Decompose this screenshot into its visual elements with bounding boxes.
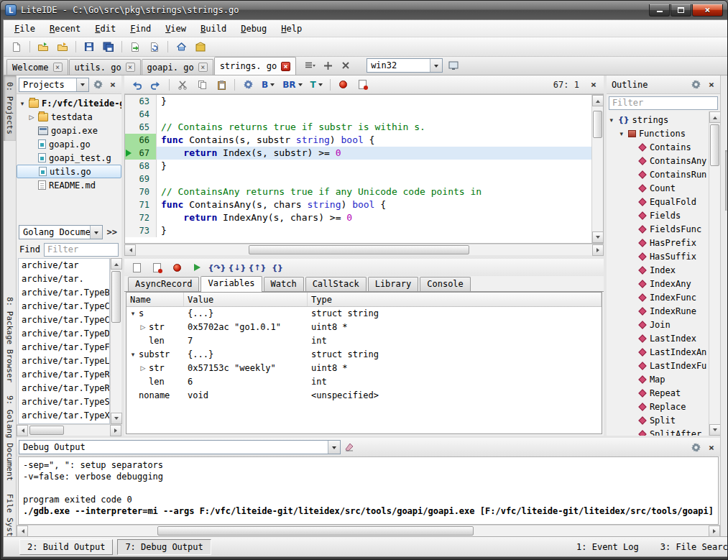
scroll-right-icon[interactable] (110, 425, 121, 436)
save-all-button[interactable] (100, 39, 117, 55)
tab-list-icon[interactable] (303, 59, 317, 72)
output-hscrollbar[interactable] (17, 525, 720, 536)
editor-hscrollbar[interactable] (124, 244, 604, 255)
debug-tab-console[interactable]: Console (420, 277, 471, 291)
debug-button[interactable] (335, 77, 352, 93)
projects-close-icon[interactable]: × (106, 78, 119, 91)
side-tab[interactable]: 4: Class View (725, 75, 728, 150)
output-menu-gear-icon[interactable] (690, 441, 703, 454)
expander-icon[interactable]: ▾ (19, 100, 26, 107)
expander-icon[interactable]: ▾ (618, 130, 625, 137)
step-into-button[interactable]: {↓} (229, 260, 246, 275)
doc-list-item[interactable]: archive/tar.TypeBlc (19, 286, 109, 300)
scroll-up-icon[interactable] (111, 258, 122, 270)
menu-item-view[interactable]: View (159, 22, 193, 36)
doc-list-item[interactable]: archive/tar.TypeSym (19, 395, 109, 409)
side-tab[interactable]: 0: Projects (4, 75, 16, 141)
document-tab[interactable]: strings. go× (214, 57, 296, 75)
variable-row[interactable]: nonamevoid<unspecified> (126, 389, 602, 403)
variable-row[interactable]: ▾substr{...}struct string (126, 348, 602, 362)
side-tab[interactable]: 9: Golang Document (4, 389, 16, 487)
status-link[interactable]: 3: File Search (660, 542, 728, 552)
variable-row[interactable]: ▾s{...}struct string (126, 307, 602, 321)
document-tab[interactable]: goapi. go× (142, 59, 213, 75)
outline-item[interactable]: Fields (607, 208, 709, 222)
debug-file-button[interactable] (354, 77, 372, 93)
outline-vscrollbar[interactable] (709, 111, 720, 436)
environment-settings-icon[interactable] (446, 59, 461, 72)
code-line[interactable]: 68} (125, 160, 591, 173)
target-environment-combo[interactable]: win32 (367, 58, 443, 73)
outline-item[interactable]: HasPrefix (607, 236, 709, 249)
side-tab[interactable]: 5: Outline (725, 150, 728, 211)
scroll-right-icon[interactable] (709, 525, 720, 537)
test-button[interactable]: T (308, 78, 326, 92)
tab-close-icon[interactable]: × (126, 63, 135, 72)
project-tree-item[interactable]: goapi_test.g (17, 151, 121, 165)
expander-icon[interactable]: ▾ (129, 348, 137, 362)
scroll-left-icon[interactable] (17, 525, 28, 537)
scroll-thumb[interactable] (111, 271, 121, 323)
outline-item[interactable]: IndexRune (607, 304, 709, 318)
document-tab[interactable]: Welcome× (6, 59, 68, 75)
clear-output-icon[interactable] (343, 441, 356, 454)
close-button[interactable]: × (692, 4, 723, 17)
debug-tab-asyncrecord[interactable]: AsyncRecord (128, 277, 199, 291)
code-line[interactable]: 73} (125, 224, 591, 237)
expander-icon[interactable]: ▷ (139, 321, 147, 334)
paste-button[interactable] (213, 77, 230, 93)
copy-button[interactable] (193, 77, 211, 93)
side-tab[interactable]: 6: Html Preview (725, 211, 728, 295)
menu-item-help[interactable]: Help (275, 22, 308, 36)
variable-row[interactable]: len7int (126, 334, 602, 348)
debug-tab-watch[interactable]: Watch (264, 277, 304, 291)
home-button[interactable] (172, 39, 190, 55)
scroll-down-icon[interactable] (592, 231, 604, 243)
scroll-thumb[interactable] (249, 245, 469, 254)
scroll-thumb[interactable] (593, 111, 602, 138)
maximize-button[interactable] (671, 4, 691, 17)
scroll-up-icon[interactable] (592, 95, 604, 106)
scroll-thumb[interactable] (157, 526, 474, 536)
projects-menu-gear-icon[interactable] (91, 78, 104, 91)
tab-close-icon[interactable]: × (281, 62, 290, 71)
split-editor-icon[interactable] (321, 59, 335, 72)
doc-list-item[interactable]: archive/tar.TypeReg (19, 368, 109, 382)
project-tree-item[interactable]: utils.go (17, 165, 121, 178)
code-line[interactable]: 71func ContainsAny(s, chars string) bool… (125, 198, 591, 211)
project-tree-item[interactable]: goapi.go (17, 137, 121, 151)
scroll-left-icon[interactable] (17, 425, 28, 436)
outline-item[interactable]: LastIndexAn (607, 345, 709, 359)
golang-document-combo[interactable]: Golang Document (19, 225, 103, 239)
outline-item[interactable]: ▾{}strings (607, 113, 709, 127)
menu-item-edit[interactable]: Edit (88, 22, 122, 36)
build-run-button[interactable]: BR (280, 78, 305, 92)
outline-item[interactable]: Replace (607, 400, 709, 413)
editor-vscrollbar[interactable] (591, 95, 603, 243)
outline-menu-gear-icon[interactable] (690, 78, 703, 91)
project-tree-item[interactable]: README.md (17, 178, 121, 192)
outline-item[interactable]: Index (607, 263, 709, 277)
code-line[interactable]: 66func Contains(s, substr string) bool { (125, 134, 591, 147)
menu-item-build[interactable]: Build (194, 22, 233, 36)
variables-column-header[interactable]: Name (126, 293, 184, 306)
variables-column-header[interactable]: Type (308, 293, 602, 306)
doc-list-hscrollbar[interactable] (17, 424, 121, 436)
more-button[interactable]: >> (105, 227, 119, 237)
outline-item[interactable]: FieldsFunc (607, 222, 709, 236)
scroll-thumb[interactable] (710, 124, 719, 166)
code-line[interactable]: 63} (125, 95, 591, 108)
projects-combo[interactable]: Projects (19, 78, 89, 92)
editor-close-icon[interactable]: × (587, 78, 600, 91)
run-to-cursor-button[interactable]: {} (269, 260, 286, 275)
doc-list-item[interactable]: archive/tar.TypeXG (19, 409, 109, 423)
status-button[interactable]: 7: Debug Output (117, 539, 211, 555)
outline-close-icon[interactable]: × (705, 78, 718, 91)
doc-filter-input[interactable] (44, 243, 119, 257)
open-file-button[interactable] (34, 39, 52, 55)
clear-button[interactable] (148, 260, 165, 275)
build-button[interactable]: B (259, 78, 277, 92)
expander-icon[interactable]: ▷ (139, 362, 147, 375)
debug-tab-callstack[interactable]: CallStack (305, 277, 367, 291)
stop-debug-button[interactable] (168, 260, 185, 275)
